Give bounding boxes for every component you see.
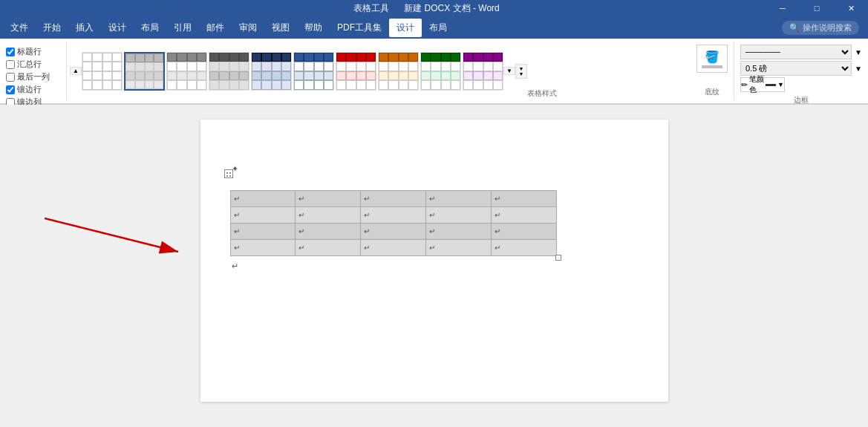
gallery-scroll-more[interactable]: ▼▼ [515,64,527,79]
menu-references[interactable]: 引用 [166,19,199,37]
header-row-checkbox[interactable] [6,48,15,56]
style-thumb-4[interactable] [209,52,249,91]
table-styles-gallery: ▲ [67,42,691,100]
table-cell[interactable]: ↵ [296,191,361,207]
menu-mail[interactable]: 邮件 [199,19,232,37]
border-style-row: ────── - - - - ······ ▼ [740,45,862,59]
checkboxes-area: 标题行 汇总行 最后一列 镶边行 镶边列 [6,43,60,111]
menu-bar: 文件 开始 插入 设计 布局 引用 邮件 审阅 视图 帮助 PDF工具集 设计 … [0,16,868,39]
table-cell[interactable]: ↵ [491,224,556,240]
styles-scroll-container [82,52,503,91]
header-row-option: 标题行 [6,46,60,57]
table-cell[interactable]: ↵ [230,224,296,240]
menu-file[interactable]: 文件 [3,19,36,37]
red-arrow [45,215,208,259]
menu-insert[interactable]: 插入 [68,19,101,37]
last-col-label: 最后一列 [17,71,50,82]
menu-table-layout[interactable]: 布局 [422,19,454,37]
table-cell[interactable]: ↵ [296,240,361,256]
style-thumb-10[interactable] [463,52,503,91]
border-weight-row: 0.5 磅 1 磅 1.5 磅 2 磅 ▼ [740,61,862,76]
menu-layout[interactable]: 布局 [134,19,166,37]
app-name: 新建 DOCX 文档 - Word [404,2,499,15]
border-weight-dropdown[interactable]: ▼ [855,65,862,73]
ribbon: 标题行 汇总行 最后一列 镶边行 镶边列 表 [0,39,868,105]
menu-pdf-tools[interactable]: PDF工具集 [330,19,389,37]
table-style-options-section: 标题行 汇总行 最后一列 镶边行 镶边列 表 [0,42,67,100]
style-thumb-1[interactable] [82,52,123,91]
search-icon: 🔍 [789,23,800,33]
pen-color-button[interactable]: ✏ 笔颜色 ▼ [740,77,785,92]
table-cell[interactable]: ↵ [230,191,296,207]
close-button[interactable]: ✕ [834,0,868,16]
style-thumb-5[interactable] [251,52,292,91]
menu-design[interactable]: 设计 [101,19,134,37]
minimize-button[interactable]: ─ [766,0,800,16]
pencil-icon: ✏ [741,80,748,90]
style-thumb-6[interactable] [293,52,334,91]
border-style-dropdown[interactable]: ▼ [855,48,862,56]
border-style-select[interactable]: ────── - - - - ······ [740,45,852,59]
after-table-cursor: ↵ [232,261,639,271]
borders-label: 边框 [740,94,862,105]
header-row-label: 标题行 [17,46,42,57]
table-cell[interactable]: ↵ [491,240,556,256]
table-resize-handle[interactable] [555,255,561,261]
shading-section: 🪣 底纹 [691,42,734,100]
document-area: ✦ ↵ ↵ ↵ ↵ ↵ [0,105,868,405]
menu-table-design[interactable]: 设计 [389,19,422,37]
table-cell[interactable]: ↵ [230,207,296,224]
search-container: 🔍 操作说明搜索 [782,21,859,35]
style-thumb-9[interactable] [420,52,461,91]
shading-bucket-icon: 🪣 [705,50,719,64]
table-cell[interactable]: ↵ [296,224,361,240]
menu-review[interactable]: 审阅 [232,19,264,37]
first-row-option: 镶边行 [6,84,60,95]
first-row-label: 镶边行 [17,84,42,95]
first-row-checkbox[interactable] [6,85,15,94]
table-cell[interactable]: ↵ [230,240,296,256]
pen-color-dropdown-icon: ▼ [777,81,784,88]
window-controls: ─ □ ✕ [766,0,868,16]
total-row-checkbox[interactable] [6,60,15,69]
maximize-button[interactable]: □ [800,0,834,16]
table-styles-label: 表格样式 [527,87,557,99]
table-cell[interactable]: ↵ [361,191,426,207]
word-table: ↵ ↵ ↵ ↵ ↵ ↵ ↵ ↵ ↵ ↵ [230,190,557,256]
table-cell[interactable]: ↵ [425,207,491,224]
pen-color-label: 笔颜色 [749,74,764,95]
menu-view[interactable]: 视图 [264,19,297,37]
svg-line-1 [45,218,178,252]
menu-home[interactable]: 开始 [36,19,68,37]
table-cell[interactable]: ↵ [425,191,491,207]
shading-color-bar [702,65,722,68]
search-label: 操作说明搜索 [803,22,852,33]
style-thumb-2[interactable] [124,52,165,91]
cursor-position: ✦ [232,164,639,174]
last-col-checkbox[interactable] [6,73,15,82]
total-row-label: 汇总行 [17,59,42,70]
title-bar: 表格工具 新建 DOCX 文档 - Word ─ □ ✕ [0,0,868,16]
table-cell[interactable]: ↵ [361,240,426,256]
last-col-option: 最后一列 [6,71,60,82]
table-move-handle[interactable] [224,169,233,178]
border-weight-select[interactable]: 0.5 磅 1 磅 1.5 磅 2 磅 [740,61,852,76]
ribbon-content: 标题行 汇总行 最后一列 镶边行 镶边列 表 [0,39,868,104]
shading-button[interactable]: 🪣 [696,45,728,73]
table-cell[interactable]: ↵ [361,224,426,240]
table-cell[interactable]: ↵ [491,207,556,224]
menu-help[interactable]: 帮助 [297,19,330,37]
style-thumb-7[interactable] [336,52,376,91]
borders-section: ────── - - - - ······ ▼ 0.5 磅 1 磅 1.5 磅 … [734,42,868,100]
table-container: ✦ ↵ ↵ ↵ ↵ ↵ [230,164,639,271]
table-cell[interactable]: ↵ [425,240,491,256]
style-thumb-3[interactable] [166,52,207,91]
gallery-scroll-up[interactable]: ▲ [70,67,82,75]
table-cell[interactable]: ↵ [361,207,426,224]
table-cell[interactable]: ↵ [425,224,491,240]
table-cell[interactable]: ↵ [491,191,556,207]
style-thumb-8[interactable] [378,52,419,91]
gallery-scroll-down[interactable]: ▼ [503,67,515,75]
table-cell[interactable]: ↵ [296,207,361,224]
pen-color-bar [766,84,776,86]
